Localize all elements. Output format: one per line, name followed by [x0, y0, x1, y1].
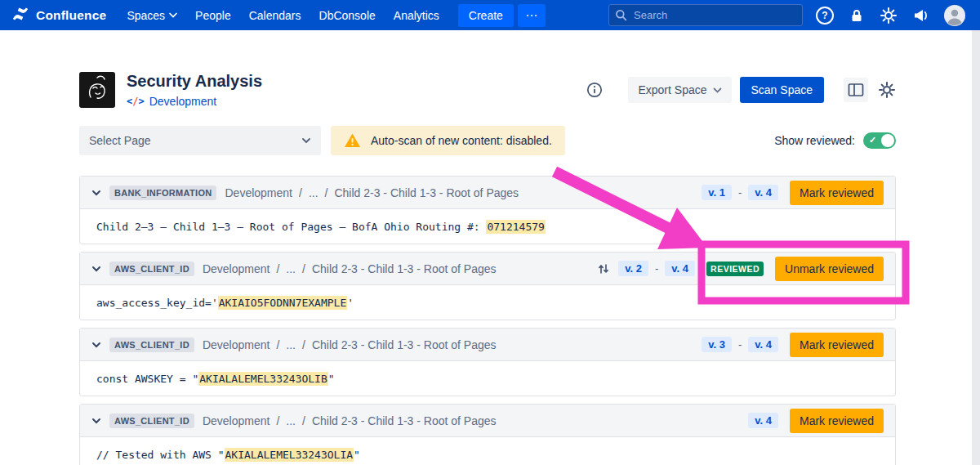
breadcrumb-ellipsis[interactable]: ... [286, 262, 296, 275]
finding-header: AWS_CLIENT_ID Development / ... / Child … [80, 405, 895, 437]
version-from-link[interactable]: v. 1 [702, 185, 732, 200]
breadcrumb-space[interactable]: Development [203, 414, 270, 427]
main-content: Security Analysis </> Development Export… [79, 72, 896, 465]
finding-type-badge: BANK_INFORMATION [109, 186, 216, 200]
finding-header: AWS_CLIENT_ID Development / ... / Child … [80, 253, 895, 285]
breadcrumb-ellipsis[interactable]: ... [286, 414, 296, 427]
reviewed-status-badge: REVIEWED [706, 262, 764, 276]
finding-snippet: // Tested with AWS "AKIALALEMEL33243OLIA… [80, 437, 895, 465]
finding-card: AWS_CLIENT_ID Development / ... / Child … [79, 252, 896, 320]
autoscan-warning-banner: Auto-scan of new content: disabled. [331, 126, 565, 155]
nav-search [608, 4, 803, 26]
settings-gear-icon[interactable] [878, 81, 896, 99]
finding-type-badge: AWS_CLIENT_ID [109, 262, 194, 276]
chevron-down-icon [713, 87, 722, 93]
breadcrumb-ellipsis[interactable]: ... [309, 186, 318, 199]
chevron-down-icon[interactable] [91, 418, 101, 424]
help-icon[interactable]: ? [816, 7, 834, 25]
findings-list: BANK_INFORMATION Development / ... / Chi… [79, 176, 896, 465]
breadcrumb: Development / ... / Child 2-3 - Child 1-… [203, 262, 497, 275]
breadcrumb-space[interactable]: Development [203, 338, 270, 351]
version-link[interactable]: v. 4 [748, 413, 778, 428]
finding-header: BANK_INFORMATION Development / ... / Chi… [80, 177, 895, 209]
finding-card: BANK_INFORMATION Development / ... / Chi… [79, 176, 896, 244]
version-to-link[interactable]: v. 4 [665, 261, 695, 276]
lock-icon[interactable] [849, 7, 865, 24]
version-to-link[interactable]: v. 4 [748, 337, 778, 352]
avatar[interactable] [944, 5, 965, 26]
top-nav: Confluence Spaces People Calendars DbCon… [0, 0, 980, 30]
breadcrumb-space[interactable]: Development [225, 186, 292, 199]
secret-highlight: AKIAIO5FODNN7EXAMPLE [218, 296, 348, 310]
create-button[interactable]: Create [458, 4, 514, 27]
version-to-link[interactable]: v. 4 [748, 185, 778, 200]
chevron-down-icon[interactable] [91, 190, 101, 196]
nav-item-calendars[interactable]: Calendars [240, 0, 310, 30]
megaphone-icon[interactable] [912, 7, 929, 24]
scan-space-button[interactable]: Scan Space [740, 77, 825, 103]
search-input[interactable] [608, 4, 803, 26]
confluence-brand[interactable]: Confluence [11, 5, 106, 26]
nav-item-people[interactable]: People [186, 0, 240, 30]
page-title: Security Analysis [127, 72, 262, 91]
confluence-logo-icon [11, 5, 29, 26]
info-icon[interactable] [586, 81, 604, 99]
breadcrumb: Development / ... / Child 2-3 - Child 1-… [203, 338, 497, 351]
finding-snippet: Child 2–3 – Child 1–3 – Root of Pages – … [80, 209, 895, 244]
breadcrumb-ellipsis[interactable]: ... [286, 338, 296, 351]
finding-snippet: const AWSKEY = "AKIALALEMEL33243OLIB" [80, 361, 895, 396]
space-avatar[interactable] [79, 72, 115, 108]
search-icon [615, 9, 627, 21]
secret-highlight: AKIALALEMEL33243OLIB [198, 372, 328, 386]
warning-text: Auto-scan of new content: disabled. [371, 134, 552, 147]
nav-item-spaces[interactable]: Spaces [118, 0, 186, 30]
show-reviewed-toggle[interactable] [863, 132, 896, 149]
page-header: Security Analysis </> Development Export… [79, 72, 896, 108]
finding-snippet: aws_access_key_id='AKIAIO5FODNN7EXAMPLE' [80, 285, 895, 320]
sidebar-toggle-icon[interactable] [844, 78, 868, 102]
breadcrumb-space[interactable]: Development [203, 262, 270, 275]
chevron-down-icon[interactable] [91, 342, 101, 348]
version-from-link[interactable]: v. 2 [618, 261, 648, 276]
select-page-dropdown[interactable]: Select Page [79, 126, 321, 155]
nav-item-dbconsole[interactable]: DbConsole [310, 0, 385, 30]
breadcrumb-page[interactable]: Child 2-3 - Child 1-3 - Root of Pages [334, 186, 519, 199]
show-reviewed-label: Show reviewed: [774, 134, 855, 147]
version-from-link[interactable]: v. 3 [702, 337, 732, 352]
nav-more-button[interactable]: ⋯ [518, 4, 546, 27]
space-link-development[interactable]: Development [149, 95, 217, 108]
unmark-reviewed-button[interactable]: Unmark reviewed [775, 257, 884, 281]
secret-highlight: AKIALALEMEL33243OLIA [225, 448, 354, 462]
breadcrumb-page[interactable]: Child 2-3 - Child 1-3 - Root of Pages [312, 414, 497, 427]
breadcrumb-page[interactable]: Child 2-3 - Child 1-3 - Root of Pages [312, 262, 497, 275]
mark-reviewed-button[interactable]: Mark reviewed [790, 333, 884, 357]
gear-icon[interactable] [880, 7, 898, 25]
toolbar: Select Page Auto-scan of new content: di… [79, 126, 896, 155]
nav-item-analytics[interactable]: Analytics [385, 0, 448, 30]
finding-card: AWS_CLIENT_ID Development / ... / Child … [79, 328, 896, 396]
finding-header: AWS_CLIENT_ID Development / ... / Child … [80, 329, 895, 361]
chevron-down-icon [301, 137, 311, 144]
finding-type-badge: AWS_CLIENT_ID [109, 338, 194, 352]
finding-card: AWS_CLIENT_ID Development / ... / Child … [79, 404, 896, 465]
brand-name: Confluence [36, 8, 106, 23]
breadcrumb: Development / ... / Child 2-3 - Child 1-… [225, 186, 519, 199]
breadcrumb: Development / ... / Child 2-3 - Child 1-… [203, 414, 497, 427]
chevron-down-icon[interactable] [91, 266, 101, 272]
breadcrumb-page[interactable]: Child 2-3 - Child 1-3 - Root of Pages [312, 338, 497, 351]
diff-compare-icon[interactable] [597, 262, 610, 275]
chevron-down-icon [169, 12, 177, 18]
export-space-button[interactable]: Export Space [628, 77, 731, 103]
mark-reviewed-button[interactable]: Mark reviewed [790, 409, 884, 433]
warning-icon [344, 132, 361, 149]
scrollbar-gutter [972, 30, 980, 465]
secret-highlight: 071214579 [486, 220, 545, 234]
code-icon: </> [127, 96, 145, 107]
finding-type-badge: AWS_CLIENT_ID [109, 414, 194, 428]
mark-reviewed-button[interactable]: Mark reviewed [790, 181, 884, 205]
